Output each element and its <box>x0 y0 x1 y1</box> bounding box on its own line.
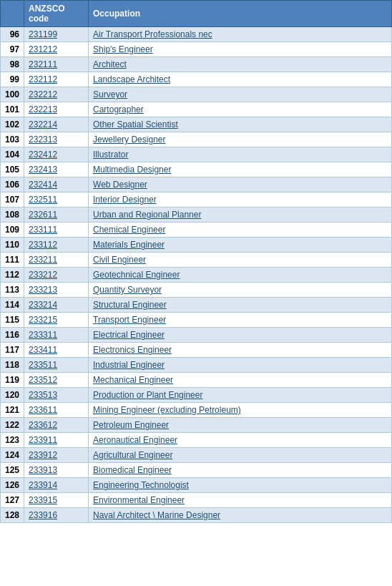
anzsco-code[interactable]: 232414 <box>24 177 89 192</box>
header-code: ANZSCO code <box>24 1 89 27</box>
occupation-name[interactable]: Quantity Surveyor <box>89 283 392 298</box>
anzsco-code[interactable]: 232112 <box>24 72 89 87</box>
anzsco-code[interactable]: 233211 <box>24 253 89 268</box>
anzsco-code[interactable]: 233916 <box>24 508 89 523</box>
table-row: 128233916Naval Architect \ Marine Design… <box>1 508 392 523</box>
table-row: 99232112Landscape Architect <box>1 72 392 87</box>
occupation-name[interactable]: Surveyor <box>89 87 392 102</box>
occupation-name[interactable]: Electronics Engineer <box>89 343 392 358</box>
anzsco-code[interactable]: 233912 <box>24 448 89 463</box>
occupation-name[interactable]: Agricultural Engineer <box>89 448 392 463</box>
row-number: 127 <box>1 493 24 508</box>
occupation-name[interactable]: Geotechnical Engineer <box>89 268 392 283</box>
occupation-name[interactable]: Electrical Engineer <box>89 328 392 343</box>
anzsco-code[interactable]: 233911 <box>24 433 89 448</box>
anzsco-code[interactable]: 233311 <box>24 328 89 343</box>
occupation-name[interactable]: Production or Plant Engineer <box>89 388 392 403</box>
anzsco-code[interactable]: 233915 <box>24 493 89 508</box>
table-row: 120233513Production or Plant Engineer <box>1 388 392 403</box>
occupation-name[interactable]: Petroleum Engineer <box>89 418 392 433</box>
occupation-name[interactable]: Naval Architect \ Marine Designer <box>89 508 392 523</box>
occupation-name[interactable]: Other Spatial Scientist <box>89 117 392 132</box>
row-number: 112 <box>1 268 24 283</box>
anzsco-code[interactable]: 232313 <box>24 132 89 147</box>
row-number: 117 <box>1 343 24 358</box>
occupation-name[interactable]: Structural Engineer <box>89 298 392 313</box>
occupation-name[interactable]: Ship's Engineer <box>89 42 392 57</box>
occupation-name[interactable]: Civil Engineer <box>89 253 392 268</box>
anzsco-code[interactable]: 233611 <box>24 403 89 418</box>
header-num <box>1 1 24 27</box>
anzsco-code[interactable]: 232111 <box>24 57 89 72</box>
occupation-name[interactable]: Materials Engineer <box>89 238 392 253</box>
anzsco-code[interactable]: 233513 <box>24 388 89 403</box>
row-number: 100 <box>1 87 24 102</box>
anzsco-code[interactable]: 233212 <box>24 268 89 283</box>
row-number: 105 <box>1 162 24 177</box>
row-number: 98 <box>1 57 24 72</box>
table-row: 124233912Agricultural Engineer <box>1 448 392 463</box>
occupation-name[interactable]: Mechanical Engineer <box>89 373 392 388</box>
row-number: 119 <box>1 373 24 388</box>
row-number: 128 <box>1 508 24 523</box>
row-number: 106 <box>1 177 24 192</box>
table-row: 103232313Jewellery Designer <box>1 132 392 147</box>
row-number: 107 <box>1 192 24 207</box>
anzsco-code[interactable]: 233913 <box>24 463 89 478</box>
row-number: 109 <box>1 223 24 238</box>
row-number: 124 <box>1 448 24 463</box>
occupation-name[interactable]: Environmental Engineer <box>89 493 392 508</box>
occupation-name[interactable]: Air Transport Professionals nec <box>89 27 392 42</box>
occupation-name[interactable]: Architect <box>89 57 392 72</box>
row-number: 118 <box>1 358 24 373</box>
occupation-name[interactable]: Cartographer <box>89 102 392 117</box>
row-number: 103 <box>1 132 24 147</box>
table-row: 101232213Cartographer <box>1 102 392 117</box>
row-number: 122 <box>1 418 24 433</box>
anzsco-code[interactable]: 232212 <box>24 87 89 102</box>
anzsco-code[interactable]: 233111 <box>24 223 89 238</box>
occupation-name[interactable]: Landscape Architect <box>89 72 392 87</box>
occupation-name[interactable]: Urban and Regional Planner <box>89 207 392 223</box>
anzsco-code[interactable]: 233112 <box>24 238 89 253</box>
anzsco-code[interactable]: 231199 <box>24 27 89 42</box>
occupation-name[interactable]: Mining Engineer (excluding Petroleum) <box>89 403 392 418</box>
row-number: 114 <box>1 298 24 313</box>
anzsco-code[interactable]: 232413 <box>24 162 89 177</box>
occupation-name[interactable]: Engineering Technologist <box>89 478 392 493</box>
occupation-name[interactable]: Web Designer <box>89 177 392 192</box>
table-row: 98232111Architect <box>1 57 392 72</box>
occupation-name[interactable]: Transport Engineer <box>89 313 392 328</box>
table-row: 96231199Air Transport Professionals nec <box>1 27 392 42</box>
table-row: 121233611Mining Engineer (excluding Petr… <box>1 403 392 418</box>
occupation-name[interactable]: Aeronautical Engineer <box>89 433 392 448</box>
occupation-name[interactable]: Multimedia Designer <box>89 162 392 177</box>
occupation-name[interactable]: Illustrator <box>89 147 392 162</box>
anzsco-code[interactable]: 233411 <box>24 343 89 358</box>
table-row: 116233311Electrical Engineer <box>1 328 392 343</box>
table-header-row: ANZSCO code Occupation <box>1 1 392 27</box>
anzsco-code[interactable]: 233213 <box>24 283 89 298</box>
anzsco-code[interactable]: 232412 <box>24 147 89 162</box>
row-number: 104 <box>1 147 24 162</box>
anzsco-code[interactable]: 231212 <box>24 42 89 57</box>
occupation-name[interactable]: Interior Designer <box>89 192 392 207</box>
anzsco-code[interactable]: 232511 <box>24 192 89 207</box>
anzsco-code[interactable]: 232213 <box>24 102 89 117</box>
row-number: 101 <box>1 102 24 117</box>
anzsco-code[interactable]: 232214 <box>24 117 89 132</box>
anzsco-code[interactable]: 233914 <box>24 478 89 493</box>
anzsco-code[interactable]: 233512 <box>24 373 89 388</box>
occupation-name[interactable]: Biomedical Engineer <box>89 463 392 478</box>
anzsco-code[interactable]: 232611 <box>24 207 89 223</box>
anzsco-code[interactable]: 233215 <box>24 313 89 328</box>
anzsco-code[interactable]: 233511 <box>24 358 89 373</box>
occupation-name[interactable]: Industrial Engineer <box>89 358 392 373</box>
row-number: 125 <box>1 463 24 478</box>
occupation-name[interactable]: Jewellery Designer <box>89 132 392 147</box>
anzsco-code[interactable]: 233612 <box>24 418 89 433</box>
occupation-name[interactable]: Chemical Engineer <box>89 223 392 238</box>
table-row: 123233911Aeronautical Engineer <box>1 433 392 448</box>
table-row: 102232214Other Spatial Scientist <box>1 117 392 132</box>
anzsco-code[interactable]: 233214 <box>24 298 89 313</box>
